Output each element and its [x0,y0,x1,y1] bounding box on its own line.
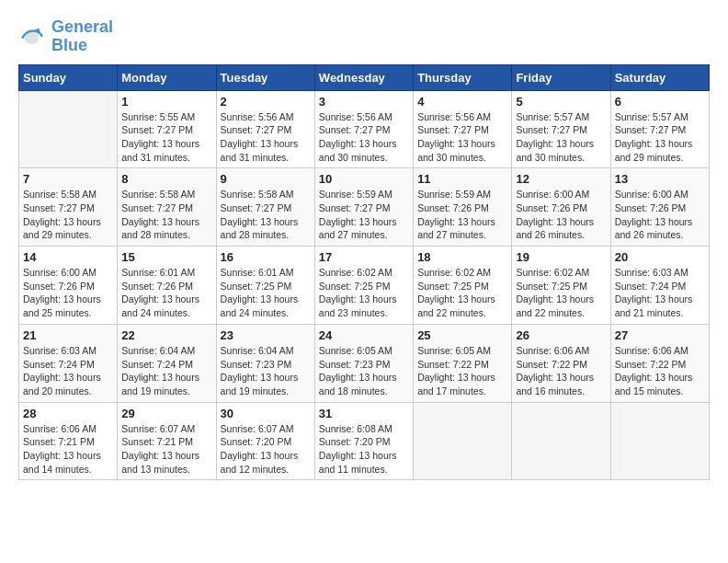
calendar-week-row: 1Sunrise: 5:55 AM Sunset: 7:27 PM Daylig… [19,90,710,168]
calendar-week-row: 21Sunrise: 6:03 AM Sunset: 7:24 PM Dayli… [19,324,710,402]
header-day: Tuesday [216,64,314,90]
day-info: Sunrise: 6:00 AM Sunset: 7:26 PM Dayligh… [516,188,606,242]
day-number: 4 [417,95,507,109]
day-number: 2 [221,95,311,109]
day-info: Sunrise: 6:04 AM Sunset: 7:23 PM Dayligh… [221,344,311,398]
day-number: 23 [221,328,311,342]
day-info: Sunrise: 6:00 AM Sunset: 7:26 PM Dayligh… [23,266,113,320]
day-info: Sunrise: 5:56 AM Sunset: 7:27 PM Dayligh… [221,110,311,165]
calendar-cell: 20Sunrise: 6:03 AM Sunset: 7:24 PM Dayli… [610,247,709,325]
calendar-cell: 1Sunrise: 5:55 AM Sunset: 7:27 PM Daylig… [118,90,216,168]
calendar-cell: 30Sunrise: 6:07 AM Sunset: 7:20 PM Dayli… [216,402,314,480]
header-day: Friday [512,64,610,90]
calendar-cell: 21Sunrise: 6:03 AM Sunset: 7:24 PM Dayli… [19,324,118,402]
day-info: Sunrise: 6:07 AM Sunset: 7:20 PM Dayligh… [221,422,311,477]
day-info: Sunrise: 6:02 AM Sunset: 7:25 PM Dayligh… [516,266,606,320]
day-info: Sunrise: 6:01 AM Sunset: 7:26 PM Dayligh… [121,266,211,320]
day-number: 20 [615,250,705,264]
calendar-cell: 7Sunrise: 5:58 AM Sunset: 7:27 PM Daylig… [19,168,118,247]
day-number: 31 [319,407,409,420]
header-day: Thursday [414,64,512,90]
calendar-cell: 9Sunrise: 5:58 AM Sunset: 7:27 PM Daylig… [216,168,314,247]
calendar-cell: 17Sunrise: 6:02 AM Sunset: 7:25 PM Dayli… [314,247,413,325]
day-info: Sunrise: 5:55 AM Sunset: 7:27 PM Dayligh… [121,110,211,165]
day-number: 19 [516,250,606,264]
calendar-cell [414,402,512,480]
day-info: Sunrise: 6:05 AM Sunset: 7:22 PM Dayligh… [417,344,507,398]
calendar-cell: 10Sunrise: 5:59 AM Sunset: 7:27 PM Dayli… [314,168,413,247]
calendar-table: SundayMondayTuesdayWednesdayThursdayFrid… [18,64,710,481]
calendar-cell: 4Sunrise: 5:56 AM Sunset: 7:27 PM Daylig… [414,90,512,168]
calendar-cell: 5Sunrise: 5:57 AM Sunset: 7:27 PM Daylig… [512,90,610,168]
calendar-cell: 25Sunrise: 6:05 AM Sunset: 7:22 PM Dayli… [414,324,512,402]
day-number: 10 [319,172,409,186]
day-number: 17 [319,250,409,264]
day-info: Sunrise: 6:03 AM Sunset: 7:24 PM Dayligh… [23,344,113,398]
header-day: Monday [118,64,216,90]
logo-text: General Blue [51,18,113,55]
calendar-cell: 11Sunrise: 5:59 AM Sunset: 7:26 PM Dayli… [414,168,512,247]
day-info: Sunrise: 6:07 AM Sunset: 7:21 PM Dayligh… [121,422,211,477]
day-number: 1 [121,95,211,109]
day-info: Sunrise: 5:58 AM Sunset: 7:27 PM Dayligh… [221,188,311,242]
header-day: Wednesday [314,64,413,90]
day-info: Sunrise: 5:57 AM Sunset: 7:27 PM Dayligh… [615,110,705,165]
calendar-cell [512,402,610,480]
day-number: 27 [615,328,705,342]
day-number: 29 [121,407,211,420]
page-header: General Blue [18,18,710,55]
day-info: Sunrise: 5:59 AM Sunset: 7:27 PM Dayligh… [319,188,409,242]
day-info: Sunrise: 6:06 AM Sunset: 7:22 PM Dayligh… [615,344,705,398]
day-number: 5 [516,95,606,109]
calendar-cell: 12Sunrise: 6:00 AM Sunset: 7:26 PM Dayli… [512,168,610,247]
day-number: 24 [319,328,409,342]
calendar-cell: 6Sunrise: 5:57 AM Sunset: 7:27 PM Daylig… [610,90,709,168]
day-info: Sunrise: 6:01 AM Sunset: 7:25 PM Dayligh… [221,266,311,320]
day-number: 30 [221,407,311,420]
calendar-cell: 16Sunrise: 6:01 AM Sunset: 7:25 PM Dayli… [216,247,314,325]
calendar-cell: 27Sunrise: 6:06 AM Sunset: 7:22 PM Dayli… [610,324,709,402]
day-info: Sunrise: 6:06 AM Sunset: 7:21 PM Dayligh… [23,422,113,477]
day-number: 15 [121,250,211,264]
calendar-cell: 3Sunrise: 5:56 AM Sunset: 7:27 PM Daylig… [314,90,413,168]
day-info: Sunrise: 6:02 AM Sunset: 7:25 PM Dayligh… [417,266,507,320]
day-number: 8 [121,172,211,186]
calendar-cell: 29Sunrise: 6:07 AM Sunset: 7:21 PM Dayli… [118,402,216,480]
day-number: 25 [417,328,507,342]
day-number: 12 [516,172,606,186]
calendar-cell: 14Sunrise: 6:00 AM Sunset: 7:26 PM Dayli… [19,247,118,325]
calendar-cell: 13Sunrise: 6:00 AM Sunset: 7:26 PM Dayli… [610,168,709,247]
day-number: 18 [417,250,507,264]
calendar-week-row: 7Sunrise: 5:58 AM Sunset: 7:27 PM Daylig… [19,168,710,247]
day-number: 3 [319,95,409,109]
header-day: Sunday [19,64,118,90]
day-number: 11 [417,172,507,186]
day-info: Sunrise: 5:59 AM Sunset: 7:26 PM Dayligh… [417,188,507,242]
day-number: 21 [23,328,113,342]
calendar-cell: 31Sunrise: 6:08 AM Sunset: 7:20 PM Dayli… [314,402,413,480]
header-day: Saturday [610,64,709,90]
day-number: 16 [221,250,311,264]
day-info: Sunrise: 5:57 AM Sunset: 7:27 PM Dayligh… [516,110,606,165]
day-info: Sunrise: 5:58 AM Sunset: 7:27 PM Dayligh… [23,188,113,242]
calendar-cell: 26Sunrise: 6:06 AM Sunset: 7:22 PM Dayli… [512,324,610,402]
calendar-cell: 8Sunrise: 5:58 AM Sunset: 7:27 PM Daylig… [118,168,216,247]
calendar-cell: 23Sunrise: 6:04 AM Sunset: 7:23 PM Dayli… [216,324,314,402]
calendar-cell [610,402,709,480]
calendar-cell: 28Sunrise: 6:06 AM Sunset: 7:21 PM Dayli… [19,402,118,480]
header-row: SundayMondayTuesdayWednesdayThursdayFrid… [19,64,710,90]
day-number: 9 [221,172,311,186]
calendar-cell: 2Sunrise: 5:56 AM Sunset: 7:27 PM Daylig… [216,90,314,168]
calendar-cell: 18Sunrise: 6:02 AM Sunset: 7:25 PM Dayli… [414,247,512,325]
day-info: Sunrise: 5:56 AM Sunset: 7:27 PM Dayligh… [417,110,507,165]
day-info: Sunrise: 6:02 AM Sunset: 7:25 PM Dayligh… [319,266,409,320]
day-number: 7 [23,172,113,186]
day-info: Sunrise: 6:03 AM Sunset: 7:24 PM Dayligh… [615,266,705,320]
calendar-week-row: 14Sunrise: 6:00 AM Sunset: 7:26 PM Dayli… [19,247,710,325]
calendar-week-row: 28Sunrise: 6:06 AM Sunset: 7:21 PM Dayli… [19,402,710,480]
day-number: 28 [23,407,113,420]
day-info: Sunrise: 5:58 AM Sunset: 7:27 PM Dayligh… [121,188,211,242]
day-info: Sunrise: 5:56 AM Sunset: 7:27 PM Dayligh… [319,110,409,165]
day-info: Sunrise: 6:04 AM Sunset: 7:24 PM Dayligh… [121,344,211,398]
calendar-cell: 19Sunrise: 6:02 AM Sunset: 7:25 PM Dayli… [512,247,610,325]
